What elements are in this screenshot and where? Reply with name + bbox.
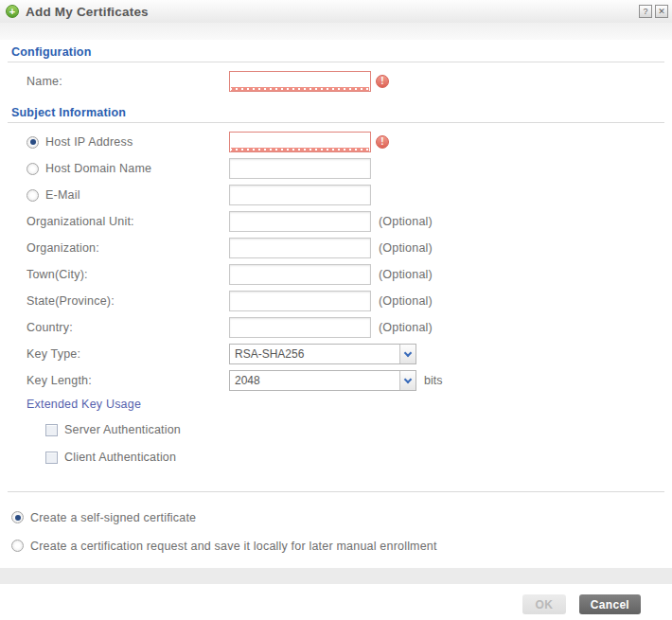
validation-error-icon: ! — [376, 75, 389, 88]
org-unit-input[interactable] — [229, 211, 371, 232]
divider — [8, 122, 664, 123]
ok-button[interactable]: OK — [522, 594, 566, 614]
server-auth-row: Server Authentication — [8, 418, 664, 441]
town-input[interactable] — [229, 264, 371, 285]
configuration-heading: Configuration — [11, 45, 664, 59]
name-row: Name: ! — [8, 70, 664, 93]
key-length-value: 2048 — [230, 371, 399, 390]
self-signed-row: Create a self-signed certificate — [8, 505, 664, 529]
certification-request-label: Create a certification request and save … — [30, 540, 437, 553]
key-length-dropdown-button[interactable] — [399, 371, 416, 390]
page-title: Add My Certificates — [26, 5, 636, 19]
host-ip-input[interactable] — [229, 132, 371, 152]
optional-note: (Optional) — [379, 215, 433, 228]
state-label: State(Province): — [8, 294, 229, 308]
key-type-value: RSA-SHA256 — [230, 345, 399, 363]
client-auth-checkbox[interactable] — [45, 452, 58, 464]
client-auth-label: Client Authentication — [64, 451, 176, 464]
server-auth-label: Server Authentication — [64, 423, 181, 436]
optional-note: (Optional) — [379, 321, 433, 334]
email-row: E-Mail — [8, 184, 664, 206]
key-length-dropdown[interactable]: 2048 — [229, 370, 416, 391]
footer-strip — [0, 568, 672, 584]
key-type-row: Key Type: RSA-SHA256 — [8, 343, 664, 365]
host-ip-radio[interactable] — [27, 136, 39, 149]
subject-information-heading: Subject Information — [11, 106, 664, 119]
country-label: Country: — [8, 321, 229, 334]
chevron-down-icon — [404, 375, 412, 382]
self-signed-radio[interactable] — [11, 511, 24, 523]
email-label: E-Mail — [45, 188, 80, 202]
optional-note: (Optional) — [379, 241, 433, 255]
host-domain-radio[interactable] — [27, 163, 39, 175]
host-domain-input[interactable] — [229, 158, 371, 179]
country-row: Country: (Optional) — [8, 316, 664, 339]
town-row: Town(City): (Optional) — [8, 263, 664, 286]
host-domain-row: Host Domain Name — [8, 157, 664, 180]
add-icon: + — [6, 5, 19, 18]
state-row: State(Province): (Optional) — [8, 290, 664, 312]
close-button[interactable]: ✕ — [655, 5, 668, 18]
chevron-down-icon — [404, 348, 412, 356]
optional-note: (Optional) — [379, 294, 433, 308]
name-label: Name: — [8, 75, 229, 88]
organization-row: Organization: (Optional) — [8, 237, 664, 259]
host-ip-row: Host IP Address ! — [8, 131, 664, 153]
validation-error-icon: ! — [376, 135, 389, 149]
name-input[interactable] — [229, 71, 371, 92]
email-radio[interactable] — [27, 189, 39, 202]
country-input[interactable] — [229, 317, 371, 338]
divider — [8, 491, 664, 492]
organization-input[interactable] — [229, 238, 371, 258]
self-signed-label: Create a self-signed certificate — [30, 511, 196, 524]
cancel-button[interactable]: Cancel — [579, 594, 641, 614]
org-unit-row: Organizational Unit: (Optional) — [8, 210, 664, 233]
dialog-titlebar: + Add My Certificates ? ✕ — [0, 0, 672, 23]
add-my-certificates-dialog: + Add My Certificates ? ✕ Configuration … — [0, 0, 672, 620]
key-type-dropdown[interactable]: RSA-SHA256 — [229, 344, 416, 364]
org-unit-label: Organizational Unit: — [8, 215, 229, 228]
email-input[interactable] — [229, 185, 371, 205]
help-button[interactable]: ? — [639, 5, 652, 18]
titlebar-gap — [0, 23, 672, 40]
key-type-label: Key Type: — [8, 347, 229, 361]
client-auth-row: Client Authentication — [8, 446, 664, 469]
state-input[interactable] — [229, 291, 371, 311]
divider — [8, 62, 664, 62]
extended-key-usage-heading: Extended Key Usage — [27, 398, 664, 411]
certification-request-row: Create a certification request and save … — [8, 534, 664, 558]
host-domain-label: Host Domain Name — [45, 162, 151, 175]
town-label: Town(City): — [8, 268, 229, 281]
server-auth-checkbox[interactable] — [45, 424, 58, 436]
key-length-row: Key Length: 2048 bits — [8, 369, 664, 392]
certification-request-radio[interactable] — [11, 540, 24, 552]
key-type-dropdown-button[interactable] — [399, 345, 416, 363]
host-ip-label: Host IP Address — [45, 135, 133, 149]
bits-suffix: bits — [424, 374, 442, 387]
key-length-label: Key Length: — [8, 374, 229, 387]
optional-note: (Optional) — [379, 268, 433, 281]
organization-label: Organization: — [8, 241, 229, 255]
